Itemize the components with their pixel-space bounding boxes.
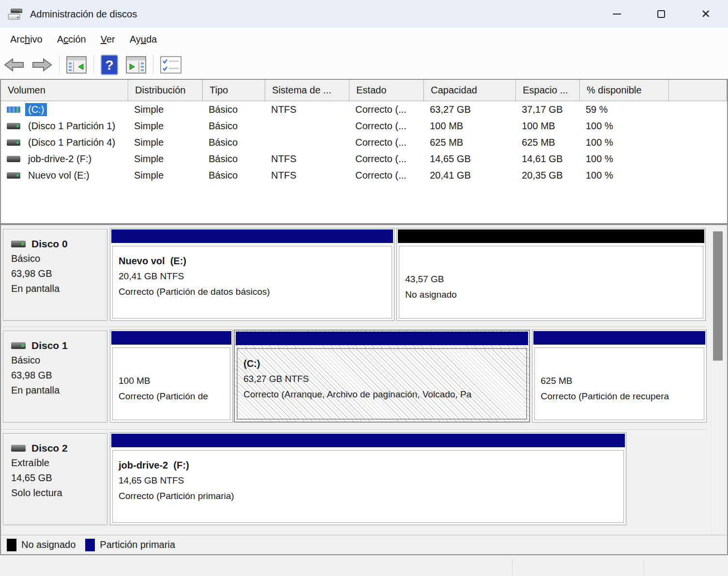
partition-color-bar: [111, 229, 393, 243]
action-pane-icon: [126, 56, 146, 74]
header-tipo[interactable]: Tipo: [203, 80, 265, 101]
volume-list: Volumen Distribución Tipo Sistema de ...…: [0, 80, 728, 224]
help-icon: ?: [101, 55, 118, 75]
partition-status: No asignado: [405, 287, 703, 303]
app-disk-icon: [8, 8, 24, 20]
menu-archivo[interactable]: Archivo: [3, 31, 50, 48]
cell-status: Correcto (...: [349, 170, 424, 181]
header-capacidad[interactable]: Capacidad: [424, 80, 516, 101]
disk-row-2: Disco 2 Extraíble 14,65 GB Solo lectura …: [1, 432, 708, 527]
volume-name: job-drive-2 (F:): [25, 152, 94, 166]
partition-nuevo-vol-e[interactable]: Nuevo vol (E:) 20,41 GB NTFS Correcto (P…: [110, 228, 394, 321]
header-espacio[interactable]: Espacio ...: [516, 80, 580, 101]
header-sistema[interactable]: Sistema de ...: [265, 80, 349, 101]
disk2-label-panel[interactable]: Disco 2 Extraíble 14,65 GB Solo lectura: [3, 433, 107, 525]
disk-size: 14,65 GB: [11, 470, 107, 485]
back-arrow-icon: [4, 58, 24, 72]
disk-row-separator: [2, 327, 707, 328]
partition-c-selected[interactable]: (C:) 63,27 GB NTFS Correcto (Arranque, A…: [234, 330, 530, 423]
menu-accion[interactable]: Acción: [50, 31, 93, 48]
disk-row-separator: [2, 429, 707, 430]
partition-100mb[interactable]: 100 MB Correcto (Partición de: [110, 330, 233, 423]
cell-free: 625 MB: [516, 137, 580, 148]
properties-button[interactable]: [156, 53, 185, 76]
maximize-icon: [657, 10, 665, 18]
partition-625mb[interactable]: 625 MB Correcto (Partición de recupera: [532, 330, 707, 423]
cell-pct: 59 %: [580, 104, 669, 115]
partition-unallocated[interactable]: 43,57 GB No asignado: [396, 228, 706, 321]
disk-type: Básico: [11, 353, 107, 368]
toolbar: ?: [0, 50, 728, 80]
volume-disk-icon: [7, 156, 20, 162]
cell-fs: NTFS: [265, 170, 349, 181]
status-bar: [0, 555, 728, 576]
cell-capacity: 100 MB: [424, 121, 516, 132]
legend-label: Partición primaria: [100, 539, 175, 550]
header-estado[interactable]: Estado: [349, 80, 424, 101]
table-row-disk1-part4[interactable]: (Disco 1 Partición 4) Simple Básico Corr…: [1, 134, 727, 151]
disk0-label-panel[interactable]: Disco 0 Básico 63,98 GB En pantalla: [3, 229, 107, 321]
disk-type: Extraíble: [11, 455, 107, 470]
cell-free: 14,61 GB: [516, 153, 580, 165]
disk-icon: [11, 445, 26, 452]
table-row-job-drive-2[interactable]: job-drive-2 (F:) Simple Básico NTFS Corr…: [1, 151, 727, 167]
disk-row-1: Disco 1 Básico 63,98 GB En pantalla 100 …: [1, 330, 708, 424]
menu-ayuda[interactable]: Ayuda: [122, 31, 164, 48]
cell-layout: Simple: [128, 121, 203, 132]
disk-status: En pantalla: [11, 383, 107, 398]
graphical-view: Disco 0 Básico 63,98 GB En pantalla Nuev…: [0, 224, 728, 555]
disk-status: Solo lectura: [11, 485, 107, 500]
vertical-scrollbar[interactable]: [711, 225, 724, 535]
volume-disk-icon: [7, 106, 20, 113]
cell-type: Básico: [203, 137, 265, 148]
menu-ver[interactable]: Ver: [93, 31, 122, 48]
console-tree-button[interactable]: [62, 53, 91, 76]
list-header: Volumen Distribución Tipo Sistema de ...…: [1, 80, 727, 101]
partition-job-drive-2[interactable]: job-drive-2 (F:) 14,65 GB NTFS Correcto …: [110, 432, 626, 525]
cell-capacity: 14,65 GB: [424, 153, 516, 165]
header-disponible[interactable]: % disponible: [580, 80, 669, 101]
table-row-disk1-part1[interactable]: (Disco 1 Partición 1) Simple Básico Corr…: [1, 118, 727, 134]
cell-free: 100 MB: [516, 121, 580, 132]
cell-free: 20,35 GB: [516, 170, 580, 181]
toolbar-separator: [153, 56, 153, 74]
volume-disk-icon: [7, 139, 20, 146]
header-volumen[interactable]: Volumen: [1, 80, 128, 101]
volume-name: (Disco 1 Partición 4): [25, 136, 118, 149]
forward-button[interactable]: [28, 53, 56, 76]
partition-color-bar: [111, 331, 231, 345]
partition-status: Correcto (Partición de recupera: [541, 389, 704, 404]
cell-type: Básico: [203, 170, 265, 181]
disk1-label-panel[interactable]: Disco 1 Básico 63,98 GB En pantalla: [3, 331, 107, 423]
cell-status: Correcto (...: [349, 104, 424, 115]
cell-free: 37,17 GB: [516, 104, 580, 115]
toolbar-separator: [93, 56, 94, 74]
partition-color-bar: [111, 434, 625, 447]
header-distribucion[interactable]: Distribución: [128, 80, 203, 101]
minimize-button[interactable]: [594, 0, 639, 28]
cell-layout: Simple: [128, 104, 203, 115]
scrollbar-thumb[interactable]: [713, 231, 723, 361]
disk-type: Básico: [11, 251, 107, 266]
cell-layout: Simple: [128, 137, 203, 148]
partition-title: (C:): [243, 356, 526, 371]
disk-status: En pantalla: [11, 281, 107, 296]
disk-row-0: Disco 0 Básico 63,98 GB En pantalla Nuev…: [1, 228, 708, 323]
table-row-c[interactable]: (C:) Simple Básico NTFS Correcto (... 63…: [1, 101, 727, 118]
help-button[interactable]: ?: [97, 53, 122, 76]
cell-capacity: 20,41 GB: [424, 170, 516, 181]
cell-type: Básico: [203, 104, 265, 115]
disk-name: Disco 0: [31, 236, 68, 251]
action-pane-button[interactable]: [122, 53, 150, 76]
volume-disk-icon: [7, 123, 20, 129]
back-button[interactable]: [0, 53, 28, 76]
table-row-nuevo-vol[interactable]: Nuevo vol (E:) Simple Básico NTFS Correc…: [1, 167, 727, 183]
partition-status: Correcto (Partición de: [119, 389, 230, 404]
cell-type: Básico: [203, 121, 265, 132]
maximize-button[interactable]: [639, 0, 683, 28]
close-button[interactable]: ✕: [683, 0, 728, 28]
partition-title: Nuevo vol (E:): [119, 253, 392, 269]
cell-status: Correcto (...: [349, 121, 424, 132]
legend-swatch-primary: [85, 539, 95, 551]
header-empty[interactable]: [669, 80, 727, 101]
